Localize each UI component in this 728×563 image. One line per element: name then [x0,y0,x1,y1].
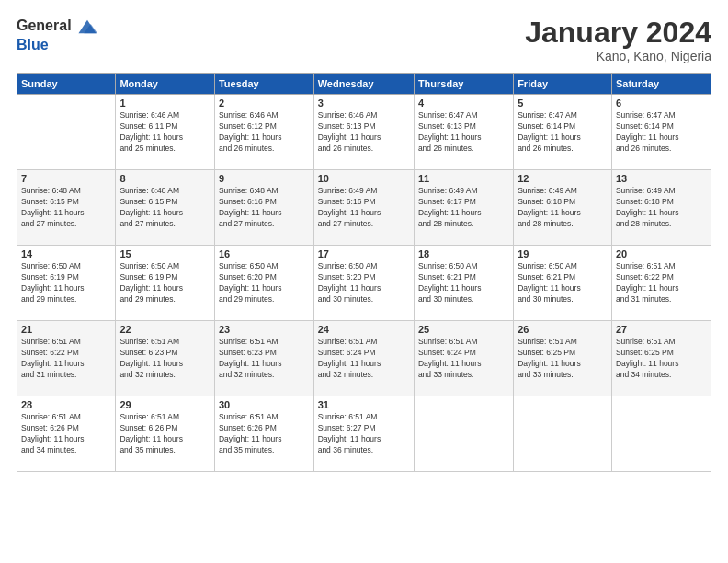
calendar-cell: 22Sunrise: 6:51 AM Sunset: 6:23 PM Dayli… [116,321,215,396]
day-info: Sunrise: 6:50 AM Sunset: 6:21 PM Dayligh… [518,261,608,305]
day-number: 18 [418,248,509,259]
day-info: Sunrise: 6:51 AM Sunset: 6:23 PM Dayligh… [219,337,310,381]
day-number: 17 [318,248,410,259]
day-number: 13 [616,173,707,184]
day-number: 11 [418,173,509,184]
day-number: 5 [518,98,608,109]
day-number: 26 [518,324,608,335]
calendar-cell: 21Sunrise: 6:51 AM Sunset: 6:22 PM Dayli… [17,321,116,396]
calendar-cell: 11Sunrise: 6:49 AM Sunset: 6:17 PM Dayli… [414,170,513,246]
day-info: Sunrise: 6:51 AM Sunset: 6:22 PM Dayligh… [616,261,707,305]
calendar-cell: 26Sunrise: 6:51 AM Sunset: 6:25 PM Dayli… [514,321,612,396]
header-row: Sunday Monday Tuesday Wednesday Thursday… [17,74,711,95]
calendar-cell: 27Sunrise: 6:51 AM Sunset: 6:25 PM Dayli… [611,321,711,396]
day-info: Sunrise: 6:47 AM Sunset: 6:14 PM Dayligh… [616,110,707,155]
calendar-cell: 13Sunrise: 6:49 AM Sunset: 6:18 PM Dayli… [611,170,711,246]
day-number: 14 [21,248,111,259]
calendar-cell: 28Sunrise: 6:51 AM Sunset: 6:26 PM Dayli… [17,396,116,472]
calendar-cell: 14Sunrise: 6:50 AM Sunset: 6:19 PM Dayli… [17,246,116,321]
col-thursday: Thursday [414,74,513,95]
day-number: 29 [119,399,210,410]
day-info: Sunrise: 6:51 AM Sunset: 6:24 PM Dayligh… [318,337,410,381]
calendar-cell: 19Sunrise: 6:50 AM Sunset: 6:21 PM Dayli… [514,246,612,321]
day-info: Sunrise: 6:49 AM Sunset: 6:16 PM Dayligh… [318,186,410,230]
day-number: 3 [318,98,410,109]
day-number: 31 [318,399,410,410]
col-tuesday: Tuesday [214,74,313,95]
day-info: Sunrise: 6:48 AM Sunset: 6:15 PM Dayligh… [21,186,111,230]
day-info: Sunrise: 6:46 AM Sunset: 6:11 PM Dayligh… [119,110,210,155]
col-sunday: Sunday [17,74,116,95]
calendar-cell: 5Sunrise: 6:47 AM Sunset: 6:14 PM Daylig… [514,95,612,170]
day-number: 21 [21,324,111,335]
day-number: 19 [518,248,608,259]
calendar-cell: 12Sunrise: 6:49 AM Sunset: 6:18 PM Dayli… [514,170,612,246]
calendar-cell [17,95,116,170]
logo: General Blue [17,17,97,53]
day-number: 22 [119,324,210,335]
day-info: Sunrise: 6:51 AM Sunset: 6:24 PM Dayligh… [418,337,509,381]
week-row-4: 28Sunrise: 6:51 AM Sunset: 6:26 PM Dayli… [17,396,711,472]
calendar-cell: 2Sunrise: 6:46 AM Sunset: 6:12 PM Daylig… [214,95,313,170]
day-number: 20 [616,248,707,259]
day-number: 10 [318,173,410,184]
calendar-cell: 8Sunrise: 6:48 AM Sunset: 6:15 PM Daylig… [116,170,215,246]
day-info: Sunrise: 6:49 AM Sunset: 6:18 PM Dayligh… [616,186,707,230]
day-number: 1 [119,98,210,109]
calendar-cell: 30Sunrise: 6:51 AM Sunset: 6:26 PM Dayli… [214,396,313,472]
day-number: 9 [219,173,310,184]
day-info: Sunrise: 6:51 AM Sunset: 6:25 PM Dayligh… [518,337,608,381]
logo-general-text: General [17,17,72,33]
day-info: Sunrise: 6:50 AM Sunset: 6:20 PM Dayligh… [219,261,310,305]
day-number: 6 [616,98,707,109]
day-info: Sunrise: 6:51 AM Sunset: 6:26 PM Dayligh… [119,412,210,456]
calendar-cell: 15Sunrise: 6:50 AM Sunset: 6:19 PM Dayli… [116,246,215,321]
day-info: Sunrise: 6:51 AM Sunset: 6:27 PM Dayligh… [318,412,410,456]
day-info: Sunrise: 6:51 AM Sunset: 6:23 PM Dayligh… [119,337,210,381]
calendar-cell: 17Sunrise: 6:50 AM Sunset: 6:20 PM Dayli… [313,246,414,321]
col-monday: Monday [116,74,215,95]
day-number: 15 [119,248,210,259]
day-number: 24 [318,324,410,335]
day-info: Sunrise: 6:51 AM Sunset: 6:26 PM Dayligh… [219,412,310,456]
day-info: Sunrise: 6:50 AM Sunset: 6:21 PM Dayligh… [418,261,509,305]
day-info: Sunrise: 6:46 AM Sunset: 6:13 PM Dayligh… [318,110,410,155]
day-info: Sunrise: 6:50 AM Sunset: 6:19 PM Dayligh… [21,261,111,305]
calendar-cell: 24Sunrise: 6:51 AM Sunset: 6:24 PM Dayli… [313,321,414,396]
calendar-cell: 10Sunrise: 6:49 AM Sunset: 6:16 PM Dayli… [313,170,414,246]
day-number: 16 [219,248,310,259]
header: General Blue January 2024 Kano, Kano, Ni… [17,17,711,63]
calendar-table: Sunday Monday Tuesday Wednesday Thursday… [17,73,711,472]
day-number: 27 [616,324,707,335]
day-number: 28 [21,399,111,410]
day-number: 2 [219,98,310,109]
page: General Blue January 2024 Kano, Kano, Ni… [0,0,728,563]
day-info: Sunrise: 6:47 AM Sunset: 6:14 PM Dayligh… [518,110,608,155]
day-info: Sunrise: 6:49 AM Sunset: 6:18 PM Dayligh… [518,186,608,230]
col-wednesday: Wednesday [313,74,414,95]
calendar-cell: 7Sunrise: 6:48 AM Sunset: 6:15 PM Daylig… [17,170,116,246]
calendar-cell: 18Sunrise: 6:50 AM Sunset: 6:21 PM Dayli… [414,246,513,321]
calendar-cell: 4Sunrise: 6:47 AM Sunset: 6:13 PM Daylig… [414,95,513,170]
day-info: Sunrise: 6:48 AM Sunset: 6:15 PM Dayligh… [119,186,210,230]
calendar-cell: 3Sunrise: 6:46 AM Sunset: 6:13 PM Daylig… [313,95,414,170]
calendar-cell [514,396,612,472]
col-friday: Friday [514,74,612,95]
day-info: Sunrise: 6:46 AM Sunset: 6:12 PM Dayligh… [219,110,310,155]
day-number: 23 [219,324,310,335]
day-info: Sunrise: 6:47 AM Sunset: 6:13 PM Dayligh… [418,110,509,155]
logo-blue-text: Blue [17,37,49,52]
col-saturday: Saturday [611,74,711,95]
calendar-cell: 25Sunrise: 6:51 AM Sunset: 6:24 PM Dayli… [414,321,513,396]
day-number: 30 [219,399,310,410]
day-info: Sunrise: 6:51 AM Sunset: 6:26 PM Dayligh… [21,412,111,456]
day-number: 4 [418,98,509,109]
calendar-cell: 1Sunrise: 6:46 AM Sunset: 6:11 PM Daylig… [116,95,215,170]
day-number: 8 [119,173,210,184]
day-info: Sunrise: 6:51 AM Sunset: 6:22 PM Dayligh… [21,337,111,381]
calendar-cell: 31Sunrise: 6:51 AM Sunset: 6:27 PM Dayli… [313,396,414,472]
day-info: Sunrise: 6:51 AM Sunset: 6:25 PM Dayligh… [616,337,707,381]
calendar-cell: 23Sunrise: 6:51 AM Sunset: 6:23 PM Dayli… [214,321,313,396]
day-info: Sunrise: 6:50 AM Sunset: 6:19 PM Dayligh… [119,261,210,305]
day-number: 25 [418,324,509,335]
